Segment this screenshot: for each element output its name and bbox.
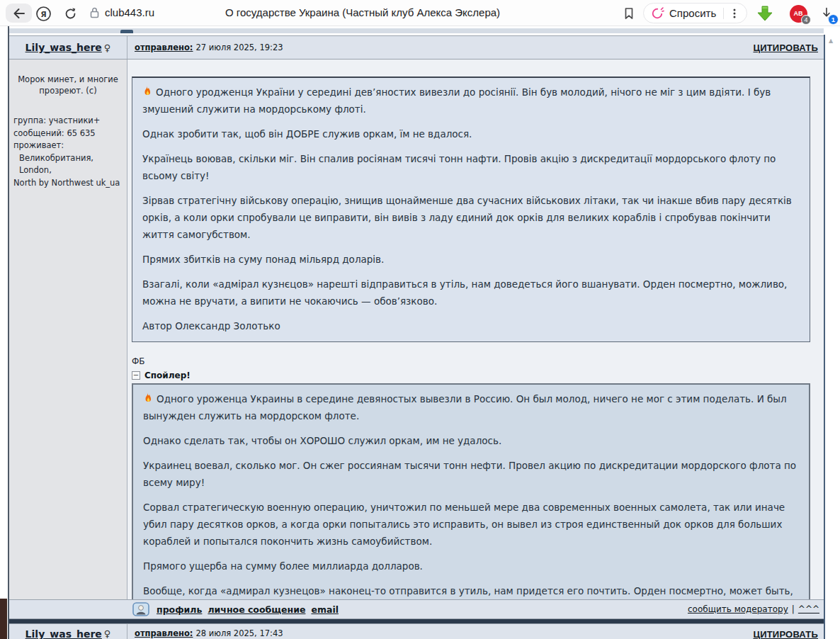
page-right-border [824, 35, 825, 639]
scrollbar-up-arrow[interactable]: ▲ [829, 38, 833, 44]
post-meta-cell: отправлено: 28 июля 2025, 17:43 ЦИТИРОВА… [127, 624, 824, 638]
downloads-button[interactable]: 1 [817, 4, 836, 23]
quote-text: Одного уродженця України у середині дев’… [142, 86, 771, 115]
author-sidebar: Морок минет, и многие прозреют. (с) груп… [9, 60, 127, 599]
fire-emoji-icon [142, 86, 152, 97]
yandex-logo-button[interactable]: Я [34, 4, 52, 23]
sent-timestamp: 27 июля 2025, 19:23 [195, 43, 283, 52]
sent-label-link[interactable]: отправлено: [135, 43, 193, 52]
post-body-row: Морок минет, и многие прозреют. (с) груп… [9, 60, 824, 599]
spoiler-label: Спойлер! [144, 371, 191, 380]
forum-post: Lily_was_here ♀ отправлено: 27 июля 2025… [9, 35, 824, 619]
post-header-row: Lily_was_here ♀ отправлено: 27 июля 2025… [9, 35, 824, 60]
forum-post: Lily_was_here ♀ отправлено: 28 июля 2025… [9, 623, 824, 639]
save-extension-button[interactable] [755, 5, 775, 22]
quote-button[interactable]: ЦИТИРОВАТЬ [753, 43, 818, 53]
post-author-cell: Lily_was_here ♀ [9, 624, 127, 639]
author-info: группа: участники+ сообщений: 65 635 про… [13, 115, 123, 189]
forum-page: ▲ Lily_was_here ♀ отправлено: 27 июля 20… [0, 26, 840, 639]
post-header-row: Lily_was_here ♀ отправлено: 28 июля 2025… [9, 623, 824, 639]
quote-paragraph: Прямих збитків на суму понад мільярд дол… [142, 251, 800, 268]
author-residence-line2: North by Northwest uk_ua [13, 177, 123, 190]
quote-paragraph: Украинец воевал, сколько мог. Он сжег ро… [143, 457, 799, 491]
ask-button-group: Спросить [643, 3, 747, 23]
kebab-menu-icon [728, 7, 741, 20]
post-content: Одного уродженця України у середині дев’… [127, 60, 824, 599]
author-profile-link[interactable]: Lily_was_here [25, 42, 102, 53]
private-message-link[interactable]: личное сообщение [208, 604, 305, 615]
email-link[interactable]: email [311, 604, 339, 615]
adblock-badge: 4 [801, 15, 811, 25]
forum-thread: Lily_was_here ♀ отправлено: 27 июля 2025… [9, 28, 824, 639]
back-button[interactable] [6, 4, 32, 23]
fb-label: ФБ [132, 356, 810, 366]
browser-toolbar: Я club443.ru О государстве Украина (Част… [0, 0, 840, 26]
post-footer-row: профиль личное сообщение email сообщить … [9, 599, 824, 619]
author-signature: Морок минет, и многие прозреют. (с) [16, 74, 120, 96]
gender-symbol: ♀ [104, 628, 111, 639]
gender-symbol: ♀ [104, 43, 111, 53]
fire-emoji-icon [143, 392, 153, 404]
spoiler-header: − Спойлер! [132, 371, 810, 380]
quote-paragraph: Вообще, когда «адмирал кузнецов» наконец… [143, 582, 799, 599]
refresh-button[interactable] [61, 4, 79, 23]
quote-paragraph: Одного уроженца Украины в середине девян… [143, 390, 799, 424]
address-bar-url[interactable]: club443.ru [105, 6, 154, 18]
quote-paragraph: Українець воював, скільки міг. Він спали… [142, 150, 800, 184]
author-profile-link[interactable]: Lily_was_here [25, 628, 102, 639]
svg-text:Я: Я [40, 9, 46, 18]
author-group: группа: участники+ [13, 115, 123, 128]
bottom-left-background [0, 599, 7, 639]
author-message-count: сообщений: 65 635 [13, 128, 123, 140]
sent-label-link[interactable]: отправлено: [135, 628, 193, 638]
quote-box-ukrainian: Одного уродженця України у середині дев’… [132, 77, 810, 342]
footer-divider: | [792, 604, 795, 614]
profile-link[interactable]: профиль [157, 604, 202, 615]
ssl-lock-icon[interactable] [88, 6, 102, 20]
refresh-icon [63, 6, 78, 21]
profile-card-icon[interactable] [132, 602, 149, 616]
report-to-moderator-link[interactable]: сообщить модератору [688, 604, 788, 614]
scroll-to-top-link[interactable]: ^^^ [798, 604, 819, 614]
pill-divider [723, 8, 724, 19]
post-author-cell: Lily_was_here ♀ [9, 36, 127, 59]
adblock-extension-button[interactable]: AB 4 [788, 4, 809, 23]
downloads-badge: 1 [828, 14, 839, 25]
bookmark-icon [622, 6, 636, 21]
quote-paragraph: Одного уродженця України у середині дев’… [142, 84, 800, 118]
previous-post-icon-remnant [120, 30, 133, 33]
more-menu-button[interactable] [725, 4, 744, 23]
quote-paragraph: Автор Олександр Золотько [142, 317, 800, 334]
author-residence-label: проживает: [13, 140, 123, 152]
green-download-arrow-icon [756, 5, 774, 22]
quote-button[interactable]: ЦИТИРОВАТЬ [753, 629, 818, 639]
quote-paragraph: Однак зробити так, щоб він ДОБРЕ служив … [142, 125, 800, 142]
sent-timestamp: 28 июля 2025, 17:43 [195, 628, 283, 638]
ask-button[interactable]: Спросить [669, 7, 716, 19]
browser-window: Я club443.ru О государстве Украина (Част… [0, 0, 840, 639]
quote-text: Одного уроженца Украины в середине девян… [143, 393, 787, 422]
quote-paragraph: Прямого ущерба на сумму более миллиарда … [143, 558, 799, 575]
quote-paragraph: Однако сделать так, чтобы он ХОРОШО служ… [143, 432, 799, 449]
spoiler-box-russian: Одного уроженца Украины в середине девян… [132, 383, 810, 599]
spoiler-collapse-button[interactable]: − [132, 371, 140, 380]
yandex-logo-icon: Я [35, 6, 52, 22]
bookmark-button[interactable] [620, 5, 637, 22]
tab-page-title: О государстве Украина (Частный клуб Алек… [225, 6, 500, 18]
ask-sparkle-icon [651, 6, 664, 20]
previous-post-footer-remnant [9, 28, 824, 33]
back-arrow-icon [12, 7, 26, 20]
quote-paragraph: Сорвал стратегическую военную операцию, … [143, 499, 799, 550]
quote-paragraph: Зірвав стратегічну військову операцію, з… [142, 192, 800, 243]
quote-paragraphs: Однак зробити так, щоб він ДОБРЕ служив … [142, 125, 800, 334]
post-meta-cell: отправлено: 27 июля 2025, 19:23 ЦИТИРОВА… [127, 36, 824, 59]
quote-paragraph: Взагалі, коли «адмірал кузнєцов» нарешті… [142, 276, 800, 310]
quote-paragraphs: Однако сделать так, чтобы он ХОРОШО служ… [143, 432, 799, 599]
author-residence-line1: Великобритания, London, [13, 152, 123, 177]
